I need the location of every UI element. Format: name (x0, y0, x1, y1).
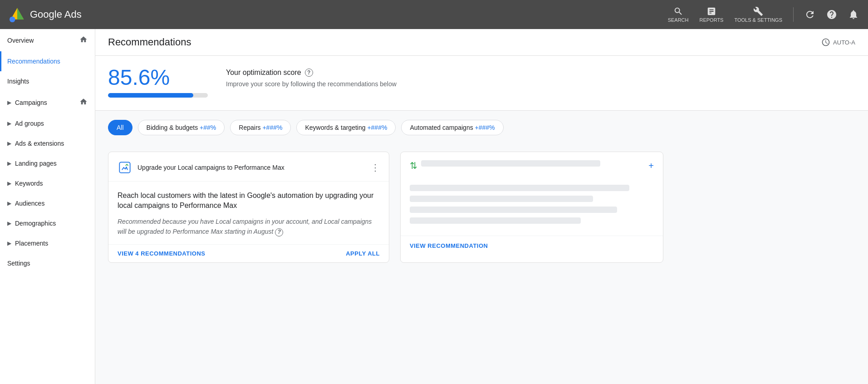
sort-icon: ⇅ (410, 160, 417, 171)
sidebar-item-label: Campaigns (15, 99, 47, 106)
svg-marker-1 (17, 8, 24, 20)
chevron-icon: ▶ (7, 140, 11, 147)
filter-tab-repairs[interactable]: Repairs +###% (230, 120, 291, 135)
sidebar-item-demographics[interactable]: ▶ Demographics (0, 213, 95, 233)
score-description: Improve your score by following the reco… (226, 80, 397, 88)
chevron-icon: ▶ (7, 200, 11, 207)
sidebar: Overview Recommendations Insights ▶ Camp… (0, 29, 95, 384)
filter-tab-all[interactable]: All (108, 120, 132, 135)
add-button[interactable]: + (648, 161, 654, 171)
reports-action[interactable]: REPORTS (699, 6, 723, 23)
recommendation-card-1: Upgrade your Local campaigns to Performa… (108, 152, 389, 263)
sidebar-item-placements[interactable]: ▶ Placements (0, 233, 95, 253)
card-help-icon[interactable]: ? (275, 228, 283, 236)
apply-all-button[interactable]: APPLY ALL (346, 250, 380, 257)
refresh-button[interactable] (804, 9, 815, 20)
help-icon (826, 9, 837, 20)
sidebar-item-keywords[interactable]: ▶ Keywords (0, 173, 95, 193)
card-description: Recommended because you have Local campa… (118, 217, 380, 237)
sidebar-item-audiences[interactable]: ▶ Audiences (0, 193, 95, 213)
page-title: Recommendations (108, 36, 191, 48)
score-bar (108, 93, 208, 98)
tab-badge: +###% (475, 124, 495, 131)
score-bar-fill (108, 93, 193, 98)
tab-label: All (117, 124, 124, 131)
chevron-icon: ▶ (7, 220, 11, 226)
sidebar-item-label: Ad groups (15, 120, 44, 127)
chevron-icon: ▶ (7, 240, 11, 246)
chevron-icon: ▶ (7, 180, 11, 187)
sidebar-item-settings[interactable]: Settings (0, 253, 95, 273)
sidebar-item-ad-groups[interactable]: ▶ Ad groups (0, 113, 95, 133)
notifications-button[interactable] (848, 9, 859, 20)
placeholder-bar-4 (410, 217, 581, 224)
tab-badge: +###% (367, 124, 387, 131)
topbar-actions: SEARCH REPORTS TOOLS & SETTINGS (668, 6, 859, 23)
refresh-icon (804, 9, 815, 20)
view-recommendation-button[interactable]: VIEW RECOMMENDATION (410, 242, 488, 249)
chevron-icon: ▶ (7, 160, 11, 167)
auto-apply-button[interactable]: AUTO-A (821, 38, 855, 47)
card-2-body (401, 177, 663, 236)
filter-tab-keywords[interactable]: Keywords & targeting +###% (296, 120, 396, 135)
score-display: 85.6% (108, 67, 208, 98)
score-value: 85.6% (108, 67, 208, 89)
score-help-icon[interactable]: ? (305, 69, 313, 77)
card-menu-button[interactable]: ⋮ (371, 162, 380, 173)
reports-label: REPORTS (699, 17, 723, 23)
tab-label: Bidding & budgets (147, 124, 200, 131)
app-title: Google Ads (30, 9, 82, 20)
help-button[interactable] (826, 9, 837, 20)
app-logo: Google Ads (9, 6, 82, 23)
sidebar-item-insights[interactable]: Insights (0, 71, 95, 91)
card-header-title: Upgrade your Local campaigns to Performa… (137, 164, 365, 171)
card-2-header: ⇅ + (401, 152, 663, 177)
sidebar-item-overview[interactable]: Overview (0, 29, 95, 51)
placeholder-bar-2 (410, 196, 593, 202)
sidebar-item-landing-pages[interactable]: ▶ Landing pages (0, 153, 95, 173)
view-recommendations-button[interactable]: VIEW 4 RECOMMENDATIONS (118, 250, 206, 257)
logo-icon (9, 6, 25, 23)
search-action[interactable]: SEARCH (668, 6, 689, 23)
card-main-title: Reach local customers with the latest in… (118, 191, 380, 211)
clock-icon (821, 38, 830, 47)
sidebar-item-ads-extensions[interactable]: ▶ Ads & extensions (0, 133, 95, 153)
topbar: Google Ads SEARCH REPORTS TOOLS & SETTIN… (0, 0, 868, 29)
score-heading: Your optimization score ? (226, 69, 397, 77)
svg-point-2 (10, 17, 15, 23)
tools-action[interactable]: TOOLS & SETTINGS (734, 6, 782, 23)
chevron-icon: ▶ (7, 99, 11, 106)
score-info: Your optimization score ? Improve your s… (226, 67, 397, 88)
search-label: SEARCH (668, 17, 689, 23)
home-icon (79, 35, 88, 45)
cards-section: Upgrade your Local campaigns to Performa… (95, 144, 868, 270)
sidebar-item-label: Insights (7, 78, 29, 85)
sidebar-item-label: Audiences (15, 200, 44, 207)
upgrade-icon (118, 160, 132, 175)
placeholder-title-bar (421, 160, 600, 167)
performance-max-icon (118, 161, 131, 174)
sidebar-item-label: Demographics (15, 220, 56, 227)
card-footer: VIEW 4 RECOMMENDATIONS APPLY ALL (108, 244, 389, 262)
topbar-divider (793, 7, 794, 22)
filter-tabs: All Bidding & budgets +##% Repairs +###%… (95, 111, 868, 144)
tab-label: Keywords & targeting (305, 124, 367, 131)
sidebar-item-campaigns[interactable]: ▶ Campaigns (0, 91, 95, 113)
sidebar-item-label: Recommendations (7, 58, 60, 65)
placeholder-bar-3 (410, 207, 617, 213)
tab-label: Repairs (239, 124, 262, 131)
sidebar-item-label: Ads & extensions (15, 140, 64, 147)
score-section: 85.6% Your optimization score ? Improve … (95, 56, 868, 111)
tab-badge: +###% (262, 124, 282, 131)
filter-tab-bidding[interactable]: Bidding & budgets +##% (138, 120, 225, 135)
tab-badge: +##% (200, 124, 216, 131)
bell-icon (848, 9, 859, 20)
auto-apply-label: AUTO-A (833, 39, 855, 46)
home-icon (79, 98, 88, 107)
sidebar-item-label: Settings (7, 260, 30, 267)
chevron-icon: ▶ (7, 120, 11, 127)
sidebar-item-recommendations[interactable]: Recommendations (0, 51, 95, 71)
recommendation-card-2: ⇅ + VIEW RECOMMENDATION (400, 152, 663, 263)
placeholder-bar-1 (410, 185, 629, 191)
filter-tab-automated[interactable]: Automated campaigns +###% (401, 120, 503, 135)
